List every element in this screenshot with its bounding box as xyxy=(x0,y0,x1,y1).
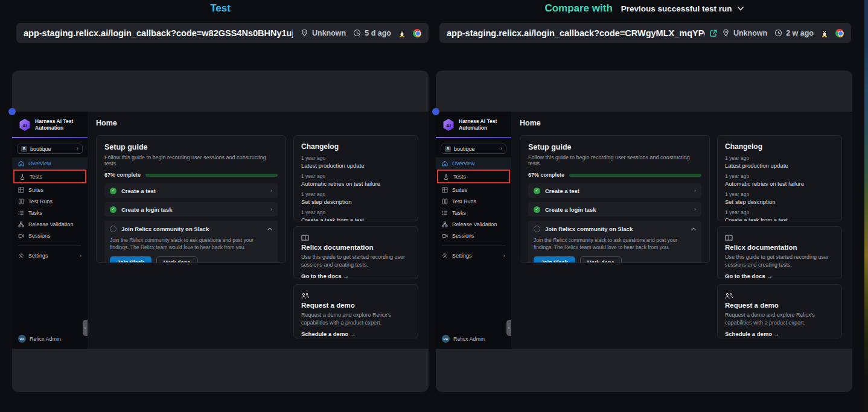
project-selector[interactable]: B boutique › xyxy=(17,144,83,154)
setup-task-create-login-task[interactable]: ✓ Create a login task › xyxy=(528,202,701,217)
people-icon xyxy=(725,293,733,299)
mouse-cursor-icon xyxy=(438,114,444,119)
compare-run-selector-value: Previous successful test run xyxy=(621,4,732,13)
user-name: Relicx Admin xyxy=(30,336,61,342)
app-main: Home Setup guide Follow this guide to be… xyxy=(511,112,852,349)
schedule-demo-link[interactable]: Schedule a demo → xyxy=(301,331,410,337)
avatar: RA xyxy=(442,335,450,343)
sidebar-item-test-runs[interactable]: Test Runs xyxy=(12,195,88,207)
tests-annotation-box: Tests xyxy=(13,170,86,183)
left-url-text: app-staging.relicx.ai/login_callback?cod… xyxy=(24,28,293,38)
sidebar-item-tasks[interactable]: Tasks xyxy=(12,207,88,218)
check-icon: ✓ xyxy=(110,188,116,194)
schedule-demo-link[interactable]: Schedule a demo → xyxy=(725,331,834,337)
app-sidebar: AI Harness AI Test Automation B boutique… xyxy=(12,112,88,349)
setup-task-create-test[interactable]: ✓ Create a test › xyxy=(104,183,278,198)
slack-task-section: Join Relicx community on Slack Join the … xyxy=(528,221,701,263)
join-slack-button[interactable]: Join Slack xyxy=(534,256,575,263)
sidebar-item-tasks[interactable]: Tasks xyxy=(436,207,511,218)
unchecked-circle-icon xyxy=(110,226,116,232)
sidebar-item-sessions[interactable]: Sessions xyxy=(12,230,88,241)
video-session-icon xyxy=(442,233,448,239)
request-demo-description: Request a demo and explore Relicx's capa… xyxy=(725,311,834,327)
sidebar-item-overview[interactable]: Overview xyxy=(436,157,511,169)
changelog-entry: 1 year ago Latest production update xyxy=(725,155,834,169)
setup-guide-title: Setup guide xyxy=(528,143,701,151)
check-icon: ✓ xyxy=(110,206,116,213)
setup-task-create-test[interactable]: ✓ Create a test › xyxy=(528,183,701,198)
right-url-bar[interactable]: app-staging.relicx.ai/login_callback?cod… xyxy=(439,23,851,43)
sidebar-item-release-validation[interactable]: Release Validation xyxy=(436,218,511,230)
app-sidebar: AI Harness AI Test Automation B boutique… xyxy=(436,112,511,349)
page-title: Home xyxy=(96,119,420,127)
sidebar-item-tests[interactable]: Tests xyxy=(438,171,509,182)
book-icon xyxy=(725,235,733,241)
mark-done-button[interactable]: Mark done xyxy=(580,256,622,263)
changelog-card: Changelog 1 year ago Latest production u… xyxy=(717,135,842,221)
setup-guide-description: Follow this guide to begin recording use… xyxy=(528,154,701,166)
project-name: boutique xyxy=(30,146,51,152)
setup-guide-description: Follow this guide to begin recording use… xyxy=(104,154,278,166)
sidebar-nav: Overview Tests Suites Test Runs xyxy=(12,157,88,241)
sidebar-item-test-runs[interactable]: Test Runs xyxy=(436,195,511,207)
sidebar-item-tests[interactable]: Tests xyxy=(14,171,85,182)
location-pin-icon xyxy=(301,29,308,37)
compare-run-selector[interactable]: Previous successful test run xyxy=(621,4,744,13)
documentation-card: Relicx documentation Use this guide to g… xyxy=(717,226,842,279)
location-pin-icon xyxy=(722,29,730,37)
sidebar-user[interactable]: RA Relicx Admin xyxy=(436,330,511,349)
svg-text:AI: AI xyxy=(22,123,27,128)
slack-task-header[interactable]: Join Relicx community on Slack xyxy=(110,226,272,232)
progress-bar xyxy=(569,174,701,177)
columns-icon xyxy=(442,198,448,204)
workflow-icon xyxy=(18,221,24,227)
user-name: Relicx Admin xyxy=(453,336,485,342)
documentation-description: Use this guide to get started recording … xyxy=(301,253,410,269)
go-to-docs-link[interactable]: Go to the docs → xyxy=(725,273,834,279)
external-link-icon[interactable] xyxy=(709,29,718,37)
setup-progress: 67% complete xyxy=(528,172,701,178)
left-url-bar[interactable]: app-staging.relicx.ai/login_callback?cod… xyxy=(16,23,429,43)
chevron-right-icon: › xyxy=(694,206,696,212)
join-slack-button[interactable]: Join Slack xyxy=(110,256,152,263)
mark-done-button[interactable]: Mark done xyxy=(156,256,198,263)
app-screenshot: AI Harness AI Test Automation B boutique… xyxy=(12,112,429,349)
slack-task-header[interactable]: Join Relicx community on Slack xyxy=(534,226,696,232)
page-title: Home xyxy=(520,119,844,127)
setup-task-create-login-task[interactable]: ✓ Create a login task › xyxy=(104,202,278,217)
linux-tux-icon xyxy=(398,29,406,37)
sidebar-collapse-handle[interactable]: ‹ xyxy=(506,320,511,336)
sidebar-item-suites[interactable]: Suites xyxy=(436,184,511,195)
request-demo-title: Request a demo xyxy=(725,302,834,309)
sidebar-item-suites[interactable]: Suites xyxy=(12,184,88,195)
brand: AI Harness AI Test Automation xyxy=(436,112,511,136)
request-demo-card: Request a demo Request a demo and explor… xyxy=(717,284,842,338)
sidebar-item-settings[interactable]: Settings › xyxy=(12,250,88,261)
progress-label: 67% complete xyxy=(104,172,141,178)
setup-guide-title: Setup guide xyxy=(104,143,278,151)
sidebar-collapse-handle[interactable]: ‹ xyxy=(83,320,88,336)
people-icon xyxy=(301,293,309,299)
flask-icon xyxy=(443,174,449,180)
sidebar-item-overview[interactable]: Overview xyxy=(12,157,88,169)
sidebar-user[interactable]: RA Relicx Admin xyxy=(12,330,88,349)
sidebar-item-settings[interactable]: Settings › xyxy=(436,250,511,261)
changelog-entry: 1 year ago Set step description xyxy=(301,191,410,205)
flask-icon xyxy=(19,174,25,180)
avatar: RA xyxy=(18,335,26,343)
gear-icon xyxy=(442,253,448,259)
video-session-icon xyxy=(18,233,24,239)
slack-task-description: Join the Relicx community slack to ask q… xyxy=(534,236,696,252)
right-location-label: Unknown xyxy=(733,29,767,37)
app-main: Home Setup guide Follow this guide to be… xyxy=(88,112,429,349)
go-to-docs-link[interactable]: Go to the docs → xyxy=(301,273,410,279)
sidebar-item-sessions[interactable]: Sessions xyxy=(436,230,511,241)
left-screenshot-panel: AI Harness AI Test Automation B boutique… xyxy=(12,71,429,392)
progress-label: 67% complete xyxy=(528,172,564,178)
sidebar-item-release-validation[interactable]: Release Validation xyxy=(12,218,88,230)
chevron-right-icon: › xyxy=(500,146,502,151)
project-selector[interactable]: B boutique › xyxy=(441,144,506,154)
setup-guide-card: Setup guide Follow this guide to begin r… xyxy=(520,135,710,263)
left-run-header: Test xyxy=(12,0,429,17)
sidebar-nav: Overview Tests Suites Test Runs xyxy=(436,157,511,241)
